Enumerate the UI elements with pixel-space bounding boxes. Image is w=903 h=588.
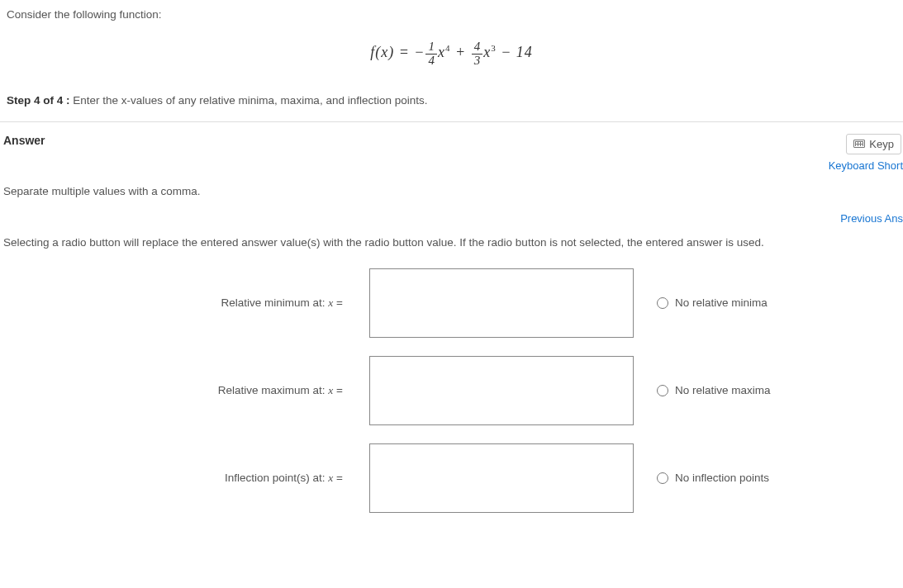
step-text: Enter the x-values of any relative minim…	[70, 94, 428, 107]
no-relative-minima-radio[interactable]	[657, 297, 668, 309]
no-relative-maxima-radio[interactable]	[657, 385, 668, 396]
answer-grid: Relative minimum at: x = No relative min…	[0, 268, 903, 513]
keypad-button[interactable]: Keyp	[846, 134, 901, 154]
fraction-4-3: 43	[472, 40, 483, 68]
no-inflection-points-radio[interactable]	[657, 472, 668, 484]
label-prefix: Inflection point(s) at:	[225, 472, 328, 484]
frac-num: 1	[425, 40, 437, 55]
label-prefix: Relative maximum at:	[218, 384, 329, 396]
label-suffix: =	[333, 296, 343, 309]
radio-instruction: Selecting a radio button will replace th…	[0, 233, 903, 268]
inflection-points-input[interactable]	[369, 443, 634, 513]
answer-label: Answer	[3, 134, 45, 147]
keypad-label: Keyp	[869, 138, 894, 150]
question-intro: Consider the following function:	[0, 0, 903, 21]
relative-maximum-input[interactable]	[369, 356, 634, 425]
radio-label: No relative minima	[675, 296, 768, 309]
frac-num: 4	[472, 40, 483, 55]
radio-label: No inflection points	[675, 472, 769, 484]
step-label: Step 4 of 4 :	[7, 94, 70, 107]
equation-lhs: f(x) =	[370, 44, 414, 60]
fraction-1-4: 14	[425, 40, 437, 68]
relative-minimum-input[interactable]	[369, 268, 634, 338]
plus-sign: +	[450, 44, 470, 60]
radio-label: No relative maxima	[675, 384, 771, 396]
x-var: x	[438, 44, 445, 60]
label-suffix: =	[333, 472, 343, 484]
frac-den: 4	[425, 55, 437, 68]
keyboard-icon	[853, 140, 865, 148]
no-inflection-points-option[interactable]: No inflection points	[657, 472, 900, 484]
no-relative-maxima-option[interactable]: No relative maxima	[657, 384, 900, 396]
question-container: Consider the following function: f(x) = …	[0, 0, 903, 513]
no-relative-minima-option[interactable]: No relative minima	[657, 296, 900, 309]
keyboard-shortcut-link[interactable]: Keyboard Short	[0, 159, 903, 178]
step-instruction: Step 4 of 4 : Enter the x-values of any …	[0, 88, 903, 121]
relative-maximum-label: Relative maximum at: x =	[3, 384, 346, 397]
minus-14: − 14	[497, 44, 533, 60]
answer-header: Answer Keyp	[0, 122, 903, 159]
separate-instruction: Separate multiple values with a comma.	[0, 178, 903, 206]
minus-sign: −	[414, 44, 425, 60]
inflection-points-label: Inflection point(s) at: x =	[3, 472, 346, 485]
frac-den: 3	[472, 55, 483, 68]
label-suffix: =	[333, 384, 343, 396]
function-equation: f(x) = −14x4 + 43x3 − 14	[0, 21, 903, 88]
x-var: x	[483, 44, 491, 60]
relative-minimum-label: Relative minimum at: x =	[3, 296, 346, 310]
previous-answer-link[interactable]: Previous Ans	[0, 206, 903, 233]
label-prefix: Relative minimum at:	[221, 296, 329, 309]
